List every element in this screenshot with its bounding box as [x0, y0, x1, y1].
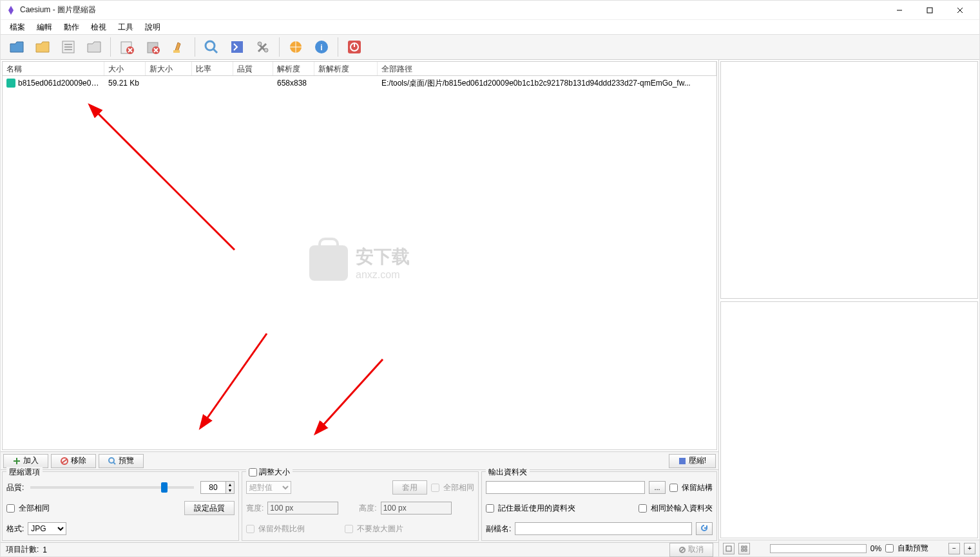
col-name[interactable]: 名稱 [3, 62, 104, 75]
toolbar-save-list-icon[interactable] [83, 36, 105, 58]
suffix-input[interactable] [515, 522, 692, 535]
compress-button[interactable]: 壓縮! [669, 454, 716, 468]
refresh-icon [700, 524, 708, 532]
count-value: 1 [43, 545, 47, 554]
resize-same-all-checkbox[interactable] [431, 484, 439, 492]
svg-point-35 [109, 458, 114, 463]
resize-enable-checkbox[interactable] [249, 468, 257, 477]
cell-newsize [146, 82, 192, 84]
toolbar-compress-icon[interactable] [226, 36, 248, 58]
menu-action[interactable]: 動作 [59, 21, 84, 34]
quality-slider[interactable] [30, 486, 194, 489]
menu-edit[interactable]: 編輯 [32, 21, 57, 34]
toolbar-delete-icon[interactable] [142, 36, 164, 58]
resize-title: 調整大小 [259, 467, 290, 478]
svg-rect-37 [679, 458, 686, 464]
apply-button[interactable]: 套用 [392, 480, 427, 495]
output-path-input[interactable] [486, 481, 645, 494]
remember-label: 記住最近使用的資料夾 [498, 503, 575, 514]
svg-line-18 [213, 49, 217, 53]
resize-mode-select[interactable]: 絕對值 [246, 481, 291, 494]
col-path[interactable]: 全部路徑 [378, 62, 716, 75]
col-size[interactable]: 大小 [104, 62, 146, 75]
remember-checkbox[interactable] [486, 504, 494, 513]
minimize-button[interactable] [885, 1, 914, 19]
maximize-button[interactable] [915, 1, 944, 19]
action-row: 加入 移除 預覽 壓縮! [1, 451, 718, 469]
toolbar-preview-icon[interactable] [200, 36, 222, 58]
list-header: 名稱 大小 新大小 比率 品質 解析度 新解析度 全部路徑 [3, 62, 716, 76]
menu-help[interactable]: 說明 [140, 21, 166, 34]
box-icon [678, 457, 686, 465]
list-row[interactable]: b815ed061d20009e0b... 59.21 Kb 658x838 E… [3, 76, 716, 90]
col-res[interactable]: 解析度 [273, 62, 314, 75]
toolbar-open-list-icon[interactable] [57, 36, 79, 58]
suffix-label: 副檔名: [486, 524, 511, 534]
zoom-out-button[interactable]: − [948, 543, 960, 554]
svg-point-21 [264, 48, 268, 52]
menu-file[interactable]: 檔案 [5, 21, 30, 34]
reset-suffix-button[interactable] [696, 522, 713, 535]
toolbar-clear-icon[interactable] [168, 36, 189, 58]
zoom-in-button[interactable]: + [964, 543, 975, 554]
cancel-button[interactable]: 取消 [669, 543, 713, 557]
svg-line-29 [206, 334, 267, 420]
keep-aspect-checkbox[interactable] [246, 525, 255, 533]
toolbar-open-folder-icon[interactable] [32, 36, 53, 58]
toolbar-about-icon[interactable]: i [311, 36, 332, 58]
preview-original [720, 61, 978, 299]
same-all-checkbox[interactable] [6, 504, 15, 513]
format-select[interactable]: JPG [28, 522, 66, 535]
col-ratio[interactable]: 比率 [192, 62, 233, 75]
spin-down[interactable]: ▼ [226, 487, 234, 493]
width-label: 寬度: [246, 503, 264, 514]
col-newsize[interactable]: 新大小 [146, 62, 192, 75]
resize-same-all-label: 全部相同 [443, 482, 474, 493]
file-list[interactable]: 名稱 大小 新大小 比率 品質 解析度 新解析度 全部路徑 b815ed061d… [2, 61, 717, 450]
col-quality[interactable]: 品質 [233, 62, 273, 75]
svg-line-28 [96, 111, 235, 250]
height-input[interactable] [381, 502, 452, 515]
output-group: 輸出資料夾 ... 保留結構 記住最近使用的資料夾 相同於輸入資料夾 [481, 471, 717, 541]
close-button[interactable] [945, 1, 974, 19]
menu-view[interactable]: 檢視 [86, 21, 111, 34]
toolbar-settings-icon[interactable] [252, 36, 274, 58]
col-newres[interactable]: 新解析度 [314, 62, 378, 75]
svg-line-30 [322, 359, 383, 427]
same-as-input-checkbox[interactable] [639, 504, 647, 513]
svg-rect-44 [745, 549, 747, 551]
add-button[interactable]: 加入 [3, 454, 48, 468]
toolbar-remove-icon[interactable] [116, 36, 138, 58]
width-input[interactable] [267, 502, 338, 515]
preview-button[interactable]: 預覽 [99, 454, 144, 468]
cell-path: E:/tools/桌面/图片/b815ed061d20009e0b1c1b2c9… [378, 77, 716, 90]
zoom-fit-button[interactable] [723, 543, 735, 554]
toolbar-exit-icon[interactable] [343, 36, 365, 58]
browse-button[interactable]: ... [649, 481, 666, 494]
output-title: 輸出資料夾 [486, 467, 530, 478]
keep-aspect-label: 保留外觀比例 [258, 524, 305, 534]
zoom-actual-button[interactable] [738, 543, 750, 554]
svg-line-34 [62, 459, 67, 463]
progress-bar [770, 544, 867, 553]
svg-point-20 [258, 42, 262, 46]
remove-button[interactable]: 移除 [51, 454, 96, 468]
svg-rect-42 [745, 546, 747, 548]
keep-structure-label: 保留結構 [682, 482, 713, 493]
height-label: 高度: [359, 503, 376, 514]
cell-res: 658x838 [273, 77, 314, 89]
app-icon [6, 5, 16, 15]
auto-preview-checkbox[interactable] [885, 544, 894, 552]
spin-up[interactable]: ▲ [226, 482, 234, 487]
keep-structure-checkbox[interactable] [669, 484, 678, 492]
quality-input[interactable] [200, 481, 226, 494]
toolbar-open-file-icon[interactable] [6, 36, 28, 58]
preview-pane: 0% 自動預覽 − + [718, 60, 979, 556]
toolbar-website-icon[interactable] [285, 36, 307, 58]
preview-controls: 0% 自動預覽 − + [719, 540, 979, 556]
status-bar: 項目計數: 1 取消 [1, 542, 718, 556]
auto-preview-label: 自動預覽 [898, 543, 928, 554]
menu-tools[interactable]: 工具 [113, 21, 139, 34]
no-enlarge-checkbox[interactable] [345, 525, 353, 533]
set-quality-button[interactable]: 設定品質 [184, 501, 235, 515]
